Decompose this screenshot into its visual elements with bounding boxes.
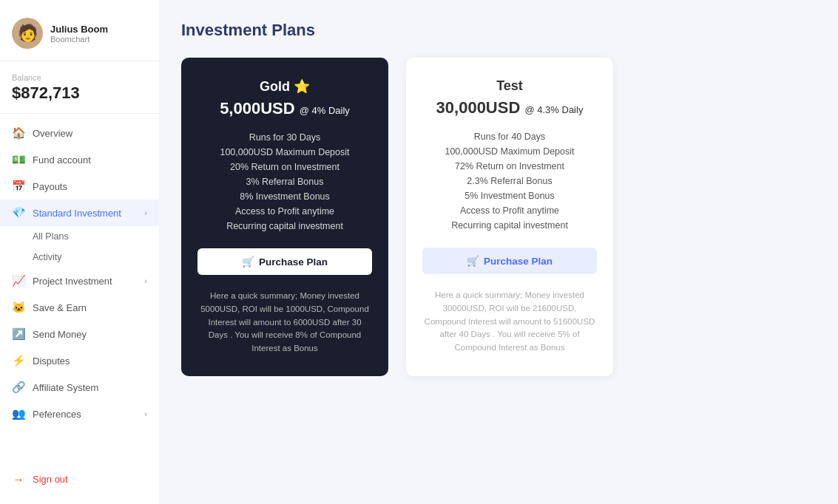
feature-item: Recurring capital investment bbox=[422, 218, 597, 233]
user-sub: Boomchart bbox=[50, 35, 108, 44]
feature-item: 8% Investment Bonus bbox=[197, 189, 372, 204]
sidebar-item-label: Save & Earn bbox=[33, 302, 87, 313]
send-money-icon: ↗️ bbox=[12, 327, 25, 341]
plan-features-test: Runs for 40 Days 100,000USD Maximum Depo… bbox=[422, 129, 597, 233]
sign-out-button[interactable]: → Sign out bbox=[0, 466, 159, 492]
purchase-plan-test-button[interactable]: 🛒 Purchase Plan bbox=[422, 248, 597, 274]
project-investment-icon: 📈 bbox=[12, 274, 25, 287]
plan-name-test: Test bbox=[496, 78, 523, 94]
plan-price-test: 30,000USD @ 4.3% Daily bbox=[436, 98, 584, 118]
sidebar-item-disputes[interactable]: ⚡ Disputes bbox=[0, 347, 159, 374]
sign-out-label: Sign out bbox=[33, 474, 68, 485]
feature-item: 72% Return on Investment bbox=[422, 159, 597, 174]
feature-item: 5% Investment Bonus bbox=[422, 188, 597, 203]
affiliate-icon: 🔗 bbox=[12, 381, 25, 394]
plan-name-gold: Gold ⭐ bbox=[260, 78, 310, 95]
sidebar-item-fund-account[interactable]: 💵 Fund account bbox=[0, 146, 159, 173]
feature-item: Recurring capital investment bbox=[197, 219, 372, 234]
plan-summary-test: Here a quick summary; Money invested 300… bbox=[422, 289, 597, 355]
chevron-right-icon: › bbox=[144, 208, 147, 217]
sidebar-item-affiliate-system[interactable]: 🔗 Affiliate System bbox=[0, 374, 159, 401]
cart-icon: 🛒 bbox=[467, 255, 479, 267]
sidebar-item-label: Payouts bbox=[33, 181, 67, 192]
plan-card-test: Test 30,000USD @ 4.3% Daily Runs for 40 … bbox=[406, 58, 613, 376]
sidebar-item-label: Send Money bbox=[33, 329, 87, 340]
feature-item: 100,000USD Maximum Deposit bbox=[197, 145, 372, 160]
chevron-right-icon: › bbox=[144, 276, 147, 285]
save-earn-icon: 🐱 bbox=[12, 301, 25, 314]
overview-icon: 🏠 bbox=[12, 126, 25, 140]
sidebar-item-label: Peferences bbox=[33, 409, 81, 420]
sidebar-item-label: Project Investment bbox=[33, 276, 112, 287]
balance-amount: $872,713 bbox=[12, 84, 147, 103]
page-title: Investment Plans bbox=[181, 21, 816, 40]
user-name: Julius Boom bbox=[50, 24, 108, 35]
fund-account-icon: 💵 bbox=[12, 153, 25, 166]
disputes-icon: ⚡ bbox=[12, 354, 25, 367]
sidebar: 🧑 Julius Boom Boomchart Balance $872,713… bbox=[0, 0, 159, 504]
feature-item: Runs for 40 Days bbox=[422, 129, 597, 144]
sidebar-item-label: Overview bbox=[33, 128, 72, 139]
balance-label: Balance bbox=[12, 73, 147, 82]
sidebar-item-label: Standard Investment bbox=[33, 208, 121, 219]
plans-container: Gold ⭐ 5,000USD @ 4% Daily Runs for 30 D… bbox=[181, 58, 816, 376]
feature-item: Access to Profit anytime bbox=[197, 204, 372, 219]
sidebar-sub-activity[interactable]: Activity bbox=[0, 247, 159, 268]
feature-item: 3% Referral Bonus bbox=[197, 174, 372, 189]
plan-card-gold: Gold ⭐ 5,000USD @ 4% Daily Runs for 30 D… bbox=[181, 58, 388, 376]
user-info: Julius Boom Boomchart bbox=[50, 24, 108, 44]
feature-item: 2.3% Referral Bonus bbox=[422, 174, 597, 188]
sign-out-icon: → bbox=[12, 473, 25, 486]
main-content: Investment Plans Gold ⭐ 5,000USD @ 4% Da… bbox=[159, 0, 838, 504]
sidebar-item-label: Affiliate System bbox=[33, 382, 98, 393]
balance-section: Balance $872,713 bbox=[0, 70, 159, 114]
user-section: 🧑 Julius Boom Boomchart bbox=[0, 12, 159, 61]
sidebar-item-save-earn[interactable]: 🐱 Save & Earn bbox=[0, 294, 159, 321]
sidebar-item-payouts[interactable]: 📅 Payouts bbox=[0, 173, 159, 200]
sidebar-item-label: Fund account bbox=[33, 154, 91, 166]
sidebar-item-label: Disputes bbox=[33, 355, 70, 367]
plan-summary-gold: Here a quick summary; Money invested 500… bbox=[197, 290, 372, 355]
plan-features-gold: Runs for 30 Days 100,000USD Maximum Depo… bbox=[197, 130, 372, 234]
sidebar-item-standard-investment[interactable]: 💎 Standard Investment › bbox=[0, 200, 159, 226]
purchase-plan-gold-button[interactable]: 🛒 Purchase Plan bbox=[197, 248, 372, 275]
cart-icon: 🛒 bbox=[242, 256, 254, 268]
sidebar-item-send-money[interactable]: ↗️ Send Money bbox=[0, 321, 159, 347]
sidebar-item-overview[interactable]: 🏠 Overview bbox=[0, 120, 159, 146]
avatar: 🧑 bbox=[12, 18, 43, 49]
feature-item: 20% Return on Investment bbox=[197, 160, 372, 174]
sidebar-sub-all-plans[interactable]: All Plans bbox=[0, 226, 159, 247]
sidebar-item-project-investment[interactable]: 📈 Project Investment › bbox=[0, 268, 159, 294]
standard-investment-icon: 💎 bbox=[12, 206, 25, 219]
feature-item: 100,000USD Maximum Deposit bbox=[422, 144, 597, 159]
plan-price-gold: 5,000USD @ 4% Daily bbox=[220, 99, 350, 118]
preferences-icon: 👥 bbox=[12, 407, 25, 420]
chevron-right-icon: › bbox=[144, 409, 147, 418]
feature-item: Runs for 30 Days bbox=[197, 130, 372, 145]
sidebar-item-preferences[interactable]: 👥 Peferences › bbox=[0, 401, 159, 427]
payouts-icon: 📅 bbox=[12, 180, 25, 193]
feature-item: Access to Profit anytime bbox=[422, 203, 597, 218]
